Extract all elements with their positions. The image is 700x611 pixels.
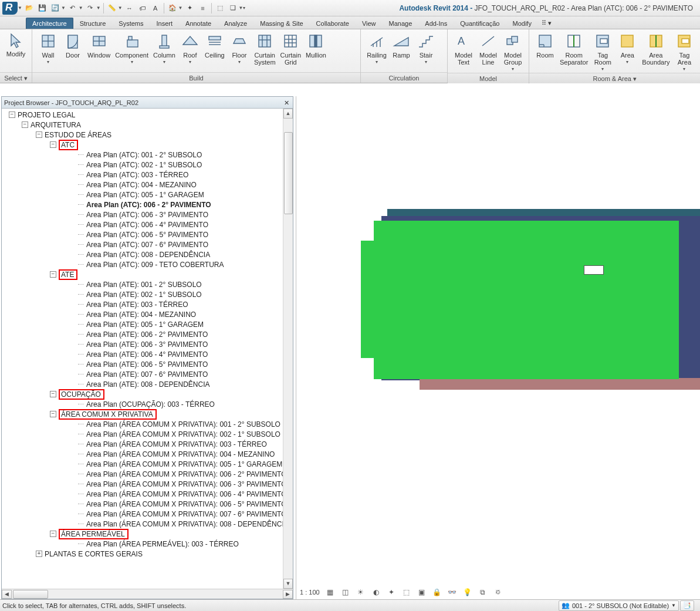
app-menu-button[interactable] [2,2,18,15]
reveal-hidden-icon[interactable]: 💡 [463,588,472,597]
workset-status[interactable]: 👥 001 - 2° SUBSOLO (Not Editable) ▼ [559,600,679,611]
tree-row[interactable]: Area Plan (ATE): 006 - 3° PAVIMENTO [5,339,293,349]
tree-row[interactable]: Area Plan (ATC): 001 - 2° SUBSOLO [5,150,293,160]
scroll-up-icon[interactable]: ▲ [283,109,293,119]
tab-annotate[interactable]: Annotate [179,18,218,29]
ceiling-button[interactable]: Ceiling [202,31,227,66]
tab-structure[interactable]: Structure [73,18,113,29]
tree-row[interactable]: +PLANTAS E CORTES GERAIS [5,549,293,559]
tree-row[interactable]: −ARQUITETURA [5,120,293,130]
tree-row[interactable]: Area Plan (ATC): 004 - MEZANINO [5,180,293,190]
project-browser-tree[interactable]: −PROJETO LEGAL−ARQUITETURA−ESTUDO DE ÁRE… [2,109,293,560]
tree-row[interactable]: Area Plan (ATC): 003 - TÉRREO [5,170,293,180]
column-button[interactable]: Column▾ [151,31,178,66]
tree-row[interactable]: Area Plan (ÁREA COMUM X PRIVATIVA): 008 … [5,519,293,529]
area-boundary-button[interactable]: AreaBoundary [640,31,672,66]
tree-row[interactable]: Area Plan (ATC): 008 - DEPENDÊNCIA [5,249,293,259]
area-tag[interactable] [584,265,604,275]
tree-row[interactable]: Area Plan (ÁREA COMUM X PRIVATIVA): 002 … [5,429,293,439]
tab-manage[interactable]: Manage [383,18,419,29]
tab-quantifica-o[interactable]: Quantificação [454,18,506,29]
tab-view[interactable]: View [356,18,383,29]
area-button[interactable]: Area▾ [615,31,640,66]
visual-style-icon[interactable]: ◫ [341,588,350,597]
ramp-button[interactable]: Ramp [389,31,414,66]
model-group-button[interactable]: ModelGroup▾ [501,31,525,73]
tree-row[interactable]: −PROJETO LEGAL [5,110,293,120]
tree-row[interactable]: Area Plan (ATC): 007 - 6° PAVIMENTO [5,239,293,249]
qat-undo[interactable]: ↶ [67,2,79,14]
qat-thin-lines[interactable]: ≡ [197,2,209,14]
tree-row[interactable]: Area Plan (ÁREA COMUM X PRIVATIVA): 006 … [5,469,293,479]
lock-icon[interactable]: 🔒 [432,588,442,597]
tree-row[interactable]: −ÁREA COMUM X PRIVATIVA [5,409,293,419]
qat-close-hidden[interactable]: ⬚ [214,2,226,14]
tab-collaborate[interactable]: Collaborate [310,18,356,29]
tree-row[interactable]: −ATC [5,140,293,150]
tree-row[interactable]: Area Plan (ÁREA COMUM X PRIVATIVA): 007 … [5,509,293,519]
detail-level-icon[interactable]: ▦ [326,588,335,597]
curtain-grid-button[interactable]: CurtainGrid [278,31,303,66]
qat-save[interactable]: 💾 [36,2,48,14]
temporary-hide-icon[interactable]: 👓 [448,588,457,597]
tree-row[interactable]: Area Plan (ATE): 006 - 5° PAVIMENTO [5,359,293,369]
model-text-button[interactable]: AModelText [451,31,476,66]
room-button[interactable]: Room [533,31,557,66]
worksharing-display-icon[interactable]: ⧉ [478,588,488,597]
scroll-right-icon[interactable]: ▶ [283,590,293,599]
tree-row[interactable]: −ÁREA PERMEÁVEL [5,529,293,539]
room-separator-button[interactable]: RoomSeparator [557,31,590,66]
tree-row[interactable]: Area Plan (ATE): 006 - 4° PAVIMENTO [5,349,293,359]
roof-button[interactable]: Roof▾ [178,31,202,66]
tree-row[interactable]: −ATE [5,269,293,279]
tree-row[interactable]: Area Plan (ÁREA COMUM X PRIVATIVA): 006 … [5,489,293,499]
tab-analyze[interactable]: Analyze [218,18,253,29]
tree-row[interactable]: Area Plan (ATC): 006 - 4° PAVIMENTO [5,220,293,229]
vertical-scrollbar[interactable]: ▲ ▼ [283,109,293,589]
sun-path-icon[interactable]: ☀ [356,588,366,597]
scroll-down-icon[interactable]: ▼ [283,579,293,589]
wall-button[interactable]: Wall▾ [36,31,60,66]
tree-row[interactable]: Area Plan (ATE): 005 - 1° GARAGEM [5,319,293,329]
tree-row[interactable]: Area Plan (ATE): 001 - 2° SUBSOLO [5,279,293,289]
tree-row[interactable]: Area Plan (ATC): 006 - 2° PAVIMENTO [5,200,293,210]
tree-row[interactable]: Area Plan (ATE): 007 - 6° PAVIMENTO [5,369,293,379]
window-button[interactable]: Window [85,31,113,66]
component-button[interactable]: Component▾ [113,31,151,66]
floor-button[interactable]: Floor▾ [227,31,252,66]
tab-add-ins[interactable]: Add-Ins [418,18,454,29]
scroll-left-icon[interactable]: ◀ [2,590,12,599]
app-menu-dropdown-icon[interactable]: ▼ [18,5,22,11]
tab-architecture[interactable]: Architecture [26,18,73,29]
tree-row[interactable]: Area Plan (ATC): 005 - 1° GARAGEM [5,190,293,200]
tree-row[interactable]: Area Plan (ATC): 006 - 5° PAVIMENTO [5,229,293,239]
modify-button[interactable]: Modify [4,31,28,65]
tree-row[interactable]: Area Plan (ÁREA COMUM X PRIVATIVA): 006 … [5,479,293,489]
tree-row[interactable]: Area Plan (OCUPAÇÃO): 003 - TÉRREO [5,399,293,409]
tree-row[interactable]: Area Plan (ÁREA COMUM X PRIVATIVA): 006 … [5,499,293,509]
tree-row[interactable]: Area Plan (ÁREA COMUM X PRIVATIVA): 003 … [5,439,293,449]
stair-button[interactable]: Stair▾ [414,31,438,66]
qat-tag[interactable]: 🏷 [137,2,148,14]
tag-room-button[interactable]: TagRoom▾ [590,31,615,73]
tree-row[interactable]: Area Plan (ATC): 009 - TETO COBERTURA [5,259,293,269]
qat-switch-windows[interactable]: ❏ [227,2,239,14]
tree-row[interactable]: Area Plan (ATE): 008 - DEPENDÊNCIA [5,379,293,389]
qat-measure[interactable]: 📏 [106,2,118,14]
qat-default-3d[interactable]: 🏠 [167,2,178,14]
crop-view-icon[interactable]: ⬚ [402,588,411,597]
panel-title-room-area[interactable]: Room & Area ▾ [529,73,700,83]
railing-button[interactable]: Railing▾ [364,31,389,66]
qat-section[interactable]: ✦ [184,2,196,14]
curtain-system-button[interactable]: CurtainSystem [252,31,278,66]
tree-row[interactable]: Area Plan (ÁREA PERMEÁVEL): 003 - TÉRREO [5,539,293,549]
tree-row[interactable]: Area Plan (ÁREA COMUM X PRIVATIVA): 001 … [5,419,293,429]
analytical-icon[interactable]: ⛭ [493,588,503,597]
panel-title-select[interactable]: Select ▾ [0,72,32,83]
qat-customize-icon[interactable]: ▾ [243,5,245,11]
tab-massing-site[interactable]: Massing & Site [253,18,309,29]
drawing-canvas[interactable]: 1 : 100 ▦ ◫ ☀ ◐ ✦ ⬚ ▣ 🔒 👓 💡 ⧉ ⛭ [296,96,700,599]
qat-redo[interactable]: ↷ [84,2,96,14]
crop-region-icon[interactable]: ▣ [417,588,427,597]
hscroll-thumb[interactable] [13,590,48,599]
